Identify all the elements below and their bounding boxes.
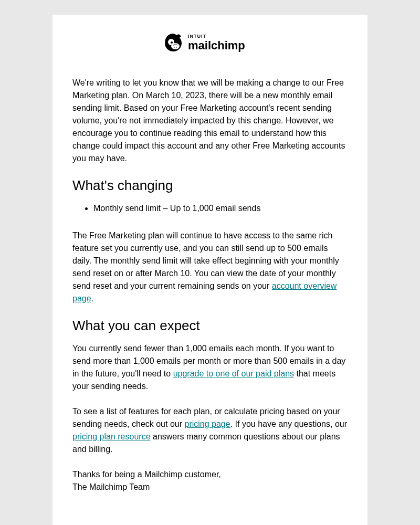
- signoff-line-2: The Mailchimp Team: [72, 482, 150, 491]
- pricing-page-link[interactable]: pricing page: [184, 419, 230, 428]
- signoff-line-1: Thanks for being a Mailchimp customer,: [72, 470, 221, 479]
- pricing-plan-resource-link[interactable]: pricing plan resource: [72, 432, 151, 441]
- section2-paragraph-2: To see a list of features for each plan,…: [72, 405, 348, 456]
- heading-what-you-can-expect: What you can expect: [72, 318, 348, 334]
- signoff: Thanks for being a Mailchimp customer, T…: [72, 468, 348, 494]
- section2-paragraph-1: You currently send fewer than 1,000 emai…: [72, 342, 348, 393]
- svg-point-3: [174, 47, 175, 48]
- svg-point-4: [176, 47, 177, 48]
- logo-container: INTUIT mailchimp: [72, 30, 348, 56]
- list-item: Monthly send limit – Up to 1,000 email s…: [93, 202, 348, 215]
- svg-point-2: [171, 43, 180, 49]
- changes-list: Monthly send limit – Up to 1,000 email s…: [93, 202, 348, 215]
- section1-paragraph: The Free Marketing plan will continue to…: [72, 229, 348, 305]
- svg-text:mailchimp: mailchimp: [188, 39, 245, 52]
- email-body: INTUIT mailchimp We're writing to let yo…: [52, 15, 368, 525]
- heading-whats-changing: What's changing: [72, 177, 348, 194]
- text-run: .: [91, 294, 93, 303]
- mailchimp-logo-icon: INTUIT mailchimp: [163, 30, 257, 54]
- upgrade-link[interactable]: upgrade to one of our paid plans: [173, 369, 294, 378]
- svg-point-1: [171, 41, 173, 44]
- svg-text:INTUIT: INTUIT: [188, 34, 206, 39]
- intro-paragraph: We're writing to let you know that we wi…: [72, 77, 348, 165]
- text-run: . If you have any questions, our: [230, 419, 347, 428]
